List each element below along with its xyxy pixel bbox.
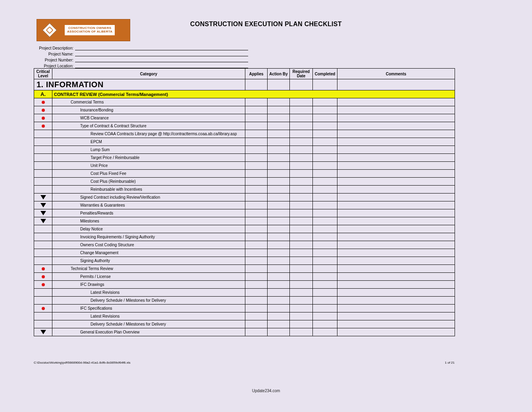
- cell: [337, 265, 455, 273]
- cell: [268, 297, 290, 305]
- category-cell: Latest Revisions: [52, 289, 245, 297]
- category-cell: Warranties & Guarantees: [52, 201, 245, 209]
- cell: [290, 257, 313, 265]
- cell: [337, 241, 455, 249]
- cell: [245, 233, 268, 241]
- cell: [313, 170, 337, 178]
- cell: [268, 138, 290, 146]
- cell: [245, 257, 268, 265]
- cell: [245, 162, 268, 170]
- cell: [245, 305, 268, 312]
- meta-row: Project Name:: [34, 50, 248, 56]
- cell: [313, 328, 337, 336]
- cell: [268, 194, 290, 201]
- section-row: 1. INFORMATION: [34, 79, 455, 90]
- cell: [337, 154, 455, 162]
- footer-file-path: C:\Docstoc\Working\pdf\5868900d-98a2-41a…: [34, 361, 131, 364]
- cell: [268, 122, 290, 130]
- cell: [245, 79, 268, 90]
- cell: [290, 217, 313, 225]
- cell: [313, 233, 337, 241]
- critical-cell: [34, 209, 52, 217]
- cell: [268, 328, 290, 336]
- cell: [313, 114, 337, 122]
- category-cell: Signed Contract including Review/Verific…: [52, 194, 245, 201]
- subsection-title: CONTRACT REVIEW (Commercial Terms/Manage…: [52, 90, 455, 98]
- category-cell: Lump Sum: [52, 146, 245, 154]
- col-action-by: Action By: [268, 69, 290, 79]
- critical-cell: [34, 257, 52, 265]
- project-meta: Project Description: Project Name: Proje…: [34, 44, 248, 68]
- critical-triangle-icon: [40, 219, 46, 223]
- cell: [313, 186, 337, 194]
- cell: [313, 249, 337, 257]
- critical-cell: [34, 225, 52, 233]
- cell: [313, 281, 337, 289]
- category-cell: Delay Notice: [52, 225, 245, 233]
- cell: [337, 281, 455, 289]
- category-cell: Signing Authority: [52, 257, 245, 265]
- cell: [337, 170, 455, 178]
- cell: [245, 241, 268, 249]
- critical-cell: [34, 122, 52, 130]
- cell: [290, 178, 313, 186]
- cell: [313, 273, 337, 281]
- cell: [245, 122, 268, 130]
- cell: [290, 281, 313, 289]
- critical-cell: [34, 98, 52, 106]
- cell: [268, 170, 290, 178]
- cell: [245, 249, 268, 257]
- col-completed: Completed: [313, 69, 337, 79]
- cell: [313, 130, 337, 138]
- category-cell: Delivery Schedule / Milestones for Deliv…: [52, 297, 245, 305]
- cell: [268, 305, 290, 312]
- category-cell: EPCM: [52, 138, 245, 146]
- critical-cell: [34, 305, 52, 312]
- critical-dot-icon: [42, 125, 45, 128]
- critical-dot-icon: [42, 283, 45, 286]
- critical-cell: [34, 328, 52, 336]
- table-row: Change Management: [34, 249, 455, 257]
- category-cell: Reimbursable with Incentives: [52, 186, 245, 194]
- table-row: Warranties & Guarantees: [34, 201, 455, 209]
- cell: [290, 305, 313, 312]
- critical-cell: [34, 217, 52, 225]
- table-row: Penalties/Rewards: [34, 209, 455, 217]
- table-row: Latest Revisions: [34, 289, 455, 297]
- table-row: General Execution Plan Overview: [34, 328, 455, 336]
- cell: [313, 122, 337, 130]
- cell: [313, 178, 337, 186]
- cell: [290, 233, 313, 241]
- document-title: CONSTRUCTION EXECUTION PLAN CHECKLIST: [0, 21, 532, 28]
- cell: [337, 320, 455, 328]
- meta-row: Project Number:: [34, 56, 248, 62]
- cell: [245, 217, 268, 225]
- table-row: Permits / License: [34, 273, 455, 281]
- critical-cell: [34, 249, 52, 257]
- cell: [268, 273, 290, 281]
- critical-dot-icon: [42, 109, 45, 112]
- cell: [245, 209, 268, 217]
- cell: [290, 312, 313, 320]
- cell: [313, 289, 337, 297]
- cell: [268, 209, 290, 217]
- category-cell: Owners Cost Coding Structure: [52, 241, 245, 249]
- critical-dot-icon: [42, 275, 45, 278]
- cell: [245, 194, 268, 201]
- col-category: Category: [52, 69, 245, 79]
- section-name: INFORMATION: [46, 80, 104, 89]
- critical-cell: [34, 186, 52, 194]
- critical-cell: [34, 320, 52, 328]
- category-cell: Delivery Schedule / Milestones for Deliv…: [52, 320, 245, 328]
- table-row: Insurance/Bonding: [34, 106, 455, 114]
- cell: [268, 241, 290, 249]
- meta-underline: [75, 63, 248, 68]
- category-cell: Target Price / Reimbursable: [52, 154, 245, 162]
- table-row: Technical Terms Review: [34, 265, 455, 273]
- cell: [268, 106, 290, 114]
- meta-underline: [75, 52, 248, 56]
- cell: [245, 98, 268, 106]
- table-row: Latest Revisions: [34, 312, 455, 320]
- critical-triangle-icon: [40, 203, 46, 207]
- footer-credit: Update234.com: [0, 389, 532, 393]
